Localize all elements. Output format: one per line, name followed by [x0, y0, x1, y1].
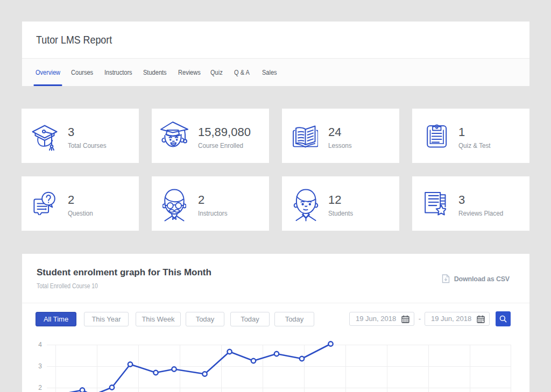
svg-text:2: 2: [38, 384, 42, 391]
svg-text:4: 4: [38, 341, 42, 348]
svg-text:3: 3: [38, 362, 42, 370]
